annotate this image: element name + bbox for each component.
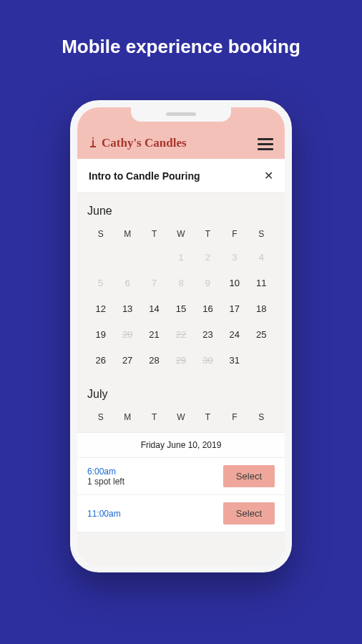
dow-cell: F [221, 412, 248, 422]
slot-time: 11:00am [87, 509, 121, 519]
calendar-day[interactable]: 28 [141, 352, 167, 369]
dow-cell: T [141, 229, 167, 239]
calendar-day[interactable]: 13 [114, 301, 140, 318]
calendar-day[interactable]: 22 [167, 326, 194, 343]
select-button[interactable]: Select [223, 465, 275, 487]
calendar-day[interactable]: 8 [167, 275, 194, 292]
dow-cell: S [248, 412, 275, 422]
calendar-day [248, 352, 275, 369]
dow-cell: T [141, 412, 167, 422]
week-row: 1234 [87, 249, 275, 266]
menu-icon[interactable] [258, 138, 273, 150]
month-label-july: July [87, 388, 275, 401]
close-icon[interactable]: ✕ [264, 169, 273, 182]
phone-frame: Cathy's Candles Intro to Candle Pouring … [70, 100, 292, 572]
calendar-day[interactable]: 16 [195, 301, 221, 318]
dow-cell: W [167, 229, 194, 239]
calendar-july: July SMTWTFS [77, 378, 285, 422]
calendar-june: June SMTWTFS 123456789101112131415161718… [77, 193, 285, 369]
dow-cell: S [87, 412, 114, 422]
calendar-day [114, 249, 140, 266]
dow-cell: S [248, 229, 275, 239]
calendar-day[interactable]: 20 [114, 326, 140, 343]
dow-cell: T [195, 412, 221, 422]
calendar-day[interactable]: 27 [114, 352, 140, 369]
time-slot: 6:00am1 spot leftSelect [77, 458, 285, 495]
dow-cell: S [87, 229, 114, 239]
month-label-june: June [87, 205, 275, 218]
page-title: Mobile experience booking [0, 0, 362, 58]
calendar-day[interactable]: 24 [221, 326, 248, 343]
calendar-day[interactable]: 10 [221, 275, 248, 292]
week-row: 19202122232425 [87, 326, 275, 343]
time-slot: 11:00amSelect [77, 495, 285, 532]
dow-cell: M [114, 229, 140, 239]
calendar-day[interactable]: 25 [248, 326, 275, 343]
week-row: 567891011 [87, 275, 275, 292]
course-title: Intro to Candle Pouring [89, 170, 200, 182]
calendar-day[interactable]: 12 [87, 301, 114, 318]
calendar-day[interactable]: 3 [221, 249, 248, 266]
calendar-day[interactable]: 19 [87, 326, 114, 343]
calendar-day[interactable]: 2 [195, 249, 221, 266]
dow-cell: F [221, 229, 248, 239]
calendar-day[interactable]: 31 [221, 352, 248, 369]
calendar-day[interactable]: 6 [114, 275, 140, 292]
calendar-day[interactable]: 5 [87, 275, 114, 292]
slot-info: 11:00am [87, 509, 121, 519]
dow-row: SMTWTFS [87, 412, 275, 422]
phone-content: Cathy's Candles Intro to Candle Pouring … [77, 107, 285, 565]
select-button[interactable]: Select [223, 502, 275, 525]
calendar-day[interactable]: 1 [167, 249, 194, 266]
slot-info: 6:00am1 spot left [87, 467, 124, 487]
brand[interactable]: Cathy's Candles [89, 136, 187, 150]
calendar-day[interactable]: 14 [141, 301, 167, 318]
week-row: 12131415161718 [87, 301, 275, 318]
calendar-day[interactable]: 9 [195, 275, 221, 292]
calendar-day[interactable]: 7 [141, 275, 167, 292]
calendar-day[interactable]: 29 [167, 352, 194, 369]
phone-notch [131, 106, 231, 122]
dow-cell: W [167, 412, 194, 422]
calendar-day[interactable]: 15 [167, 301, 194, 318]
calendar-day[interactable]: 21 [141, 326, 167, 343]
dow-cell: T [195, 229, 221, 239]
calendar-day [87, 249, 114, 266]
calendar-day[interactable]: 17 [221, 301, 248, 318]
dow-row: SMTWTFS [87, 229, 275, 239]
calendar-day[interactable]: 4 [248, 249, 275, 266]
calendar-day[interactable]: 18 [248, 301, 275, 318]
calendar-day [141, 249, 167, 266]
slot-time: 6:00am [87, 467, 124, 477]
calendar-day[interactable]: 30 [195, 352, 221, 369]
selected-date-header: Friday June 10, 2019 [77, 432, 285, 458]
brand-name: Cathy's Candles [102, 136, 187, 150]
slot-availability: 1 spot left [87, 477, 124, 487]
calendar-day[interactable]: 26 [87, 352, 114, 369]
calendar-day[interactable]: 23 [195, 326, 221, 343]
calendar-day[interactable]: 11 [248, 275, 275, 292]
dow-cell: M [114, 412, 140, 422]
title-bar: Intro to Candle Pouring ✕ [77, 159, 285, 193]
week-row: 262728293031 [87, 352, 275, 369]
candle-icon [89, 137, 97, 150]
